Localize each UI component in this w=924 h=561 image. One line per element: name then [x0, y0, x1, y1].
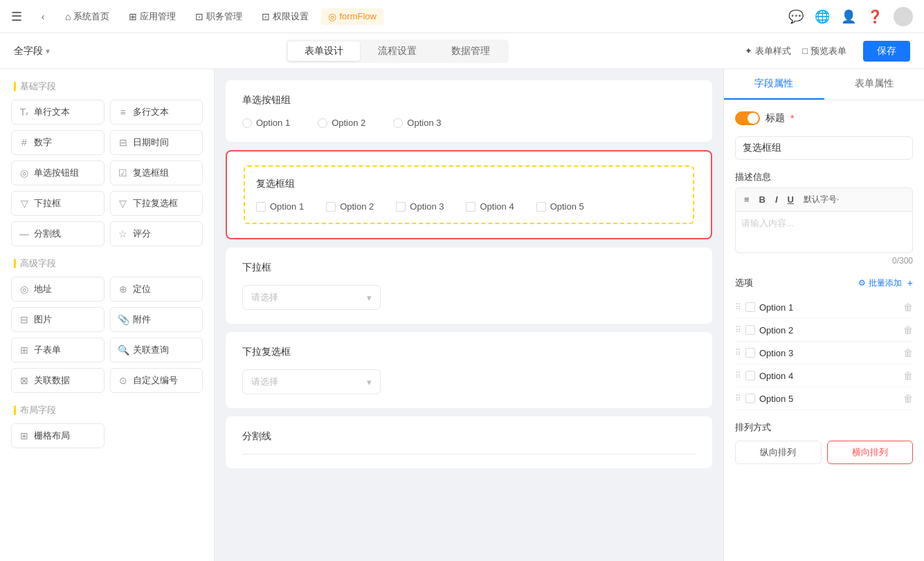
avatar[interactable]: [894, 7, 913, 26]
checkbox-option-3[interactable]: Option 3: [396, 201, 444, 212]
field-dropdown[interactable]: ▽ 下拉框: [11, 191, 105, 216]
multi-text-icon: ≡: [118, 107, 129, 118]
field-single-text[interactable]: Tᵣ 单行文本: [11, 100, 105, 125]
sort-buttons: 纵向排列 横向排列: [735, 441, 913, 464]
dropdown-select[interactable]: 请选择 ▾: [242, 285, 381, 310]
sidebar: 基础字段 Tᵣ 单行文本 ≡ 多行文本 # 数字 ⊟ 日期时间 ◎ 单选按钮组: [0, 69, 215, 561]
menu-icon[interactable]: ☰: [11, 9, 22, 24]
panel-tab-field-props[interactable]: 字段属性: [724, 69, 824, 100]
field-assoc-query[interactable]: 🔍 关联查询: [110, 338, 203, 362]
option-text-3: Option 3: [759, 348, 899, 358]
option-checkbox-3[interactable]: [745, 348, 755, 358]
desc-content[interactable]: 请输入内容...: [735, 212, 913, 253]
drag-handle-1[interactable]: ⠿: [735, 302, 741, 312]
tab-data-mgmt[interactable]: 数据管理: [435, 42, 507, 61]
field-checkbox[interactable]: ☑ 复选框组: [110, 160, 203, 185]
field-divider[interactable]: — 分割线: [11, 221, 105, 246]
field-radio[interactable]: ◎ 单选按钮组: [11, 160, 105, 185]
field-multi-dropdown[interactable]: ▽ 下拉复选框: [110, 191, 203, 216]
tab-form-design[interactable]: 表单设计: [288, 42, 360, 61]
nav-tab-perms[interactable]: ⊡ 权限设置: [255, 8, 316, 26]
delete-option-2[interactable]: 🗑: [903, 324, 913, 335]
field-number[interactable]: # 数字: [11, 130, 105, 155]
checkbox-option-4[interactable]: Option 4: [466, 201, 514, 212]
field-custom-no[interactable]: ⊙ 自定义编号: [110, 368, 203, 393]
option-checkbox-2[interactable]: [745, 325, 755, 335]
field-subtable[interactable]: ⊞ 子表单: [11, 338, 105, 362]
form-style-button[interactable]: ✦ 表单样式: [745, 45, 791, 57]
bold-btn[interactable]: B: [757, 193, 768, 206]
drag-handle-5[interactable]: ⠿: [735, 394, 741, 403]
option-text-5: Option 5: [759, 394, 899, 404]
drag-handle-3[interactable]: ⠿: [735, 348, 741, 358]
radio-circle-1: [242, 118, 252, 128]
checkbox-box-3: [396, 202, 406, 212]
checkbox-option-5[interactable]: Option 5: [536, 201, 584, 212]
drag-handle-2[interactable]: ⠿: [735, 325, 741, 335]
delete-option-5[interactable]: 🗑: [903, 393, 913, 404]
top-nav: ☰ ‹ ⌂ 系统首页 ⊞ 应用管理 ⊡ 职务管理 ⊡ 权限设置 ◎ formFl…: [0, 0, 924, 33]
preview-form-button[interactable]: □ 预览表单: [802, 45, 846, 57]
field-rating[interactable]: ☆ 评分: [110, 221, 203, 246]
form-canvas: 单选按钮组 Option 1 Option 2 Option 3 复选框组: [215, 69, 723, 561]
drag-handle-4[interactable]: ⠿: [735, 371, 741, 380]
add-option-button[interactable]: +: [907, 277, 913, 288]
field-location[interactable]: ⊕ 定位: [110, 277, 203, 302]
chat-icon[interactable]: 💬: [788, 9, 804, 24]
field-multi-text[interactable]: ≡ 多行文本: [110, 100, 203, 125]
option-checkbox-1[interactable]: [745, 302, 755, 312]
title-toggle[interactable]: [735, 111, 760, 125]
radio-option-3[interactable]: Option 3: [393, 118, 441, 128]
radio-option-2[interactable]: Option 2: [318, 118, 365, 128]
field-grid-layout[interactable]: ⊞ 栅格布局: [11, 423, 105, 448]
field-attachment[interactable]: 📎 附件: [110, 307, 203, 332]
nav-tab-jobs[interactable]: ⊡ 职务管理: [188, 8, 249, 26]
user-icon[interactable]: 👤: [841, 9, 856, 24]
field-assoc-data[interactable]: ⊠ 关联数据: [11, 368, 105, 393]
delete-option-1[interactable]: 🗑: [903, 302, 913, 313]
field-datetime[interactable]: ⊟ 日期时间: [110, 130, 203, 155]
all-fields-dropdown[interactable]: 全字段 ▾: [14, 45, 50, 57]
dropdown-icon: ▽: [19, 198, 30, 209]
field-image[interactable]: ⊟ 图片: [11, 307, 105, 332]
checkbox-option-1[interactable]: Option 1: [256, 201, 304, 212]
panel-body: 标题 * 描述信息 ≡ B I U 默认字号· 请输入内容... 0/: [724, 100, 924, 475]
panel-tab-form-props[interactable]: 表单属性: [824, 69, 925, 100]
nav-tab-home[interactable]: ⌂ 系统首页: [58, 8, 116, 26]
option-row-1: ⠿ Option 1 🗑: [735, 296, 913, 319]
field-address[interactable]: ◎ 地址: [11, 277, 105, 302]
dropdown-card: 下拉框 请选择 ▾: [226, 248, 712, 324]
advanced-fields-grid: ◎ 地址 ⊕ 定位 ⊟ 图片 📎 附件 ⊞ 子表单 🔍 关联查询: [11, 277, 203, 393]
batch-add-button[interactable]: ⚙ 批量添加: [858, 277, 902, 289]
radio-option-1[interactable]: Option 1: [242, 118, 290, 128]
globe-icon[interactable]: 🌐: [815, 9, 830, 24]
option-checkbox-4[interactable]: [745, 371, 755, 380]
nav-tab-formflow[interactable]: ◎ formFlow: [321, 8, 383, 25]
location-icon: ⊕: [118, 284, 129, 295]
radio-circle-3: [393, 118, 403, 128]
single-text-icon: Tᵣ: [19, 107, 30, 118]
checkbox-label-3: Option 3: [410, 201, 444, 212]
align-btn[interactable]: ≡: [741, 193, 752, 206]
underline-btn[interactable]: U: [785, 193, 797, 206]
tab-flow-settings[interactable]: 流程设置: [361, 42, 433, 61]
back-button[interactable]: ‹: [33, 7, 53, 26]
home-icon: ⌂: [65, 11, 71, 22]
sort-vertical-button[interactable]: 纵向排列: [735, 441, 822, 464]
save-button[interactable]: 保存: [863, 41, 910, 62]
delete-option-3[interactable]: 🗑: [903, 347, 913, 358]
checkbox-option-2[interactable]: Option 2: [326, 201, 374, 212]
section-title-advanced: 高级字段: [11, 257, 203, 270]
basic-fields-grid: Tᵣ 单行文本 ≡ 多行文本 # 数字 ⊟ 日期时间 ◎ 单选按钮组 ☑ 复选框…: [11, 100, 203, 246]
sort-horizontal-button[interactable]: 横向排列: [827, 441, 914, 464]
title-input[interactable]: [735, 136, 913, 160]
nav-tab-apps[interactable]: ⊞ 应用管理: [122, 8, 183, 26]
delete-option-4[interactable]: 🗑: [903, 370, 913, 381]
multi-dropdown-select[interactable]: 请选择 ▾: [242, 369, 381, 394]
font-size-btn[interactable]: 默认字号·: [801, 192, 842, 207]
checkbox-group-options: Option 1 Option 2 Option 3 Option 4: [256, 201, 682, 212]
option-checkbox-5[interactable]: [745, 394, 755, 403]
option-row-5: ⠿ Option 5 🗑: [735, 387, 913, 410]
italic-btn[interactable]: I: [772, 193, 781, 206]
help-icon[interactable]: ❓: [867, 9, 882, 24]
